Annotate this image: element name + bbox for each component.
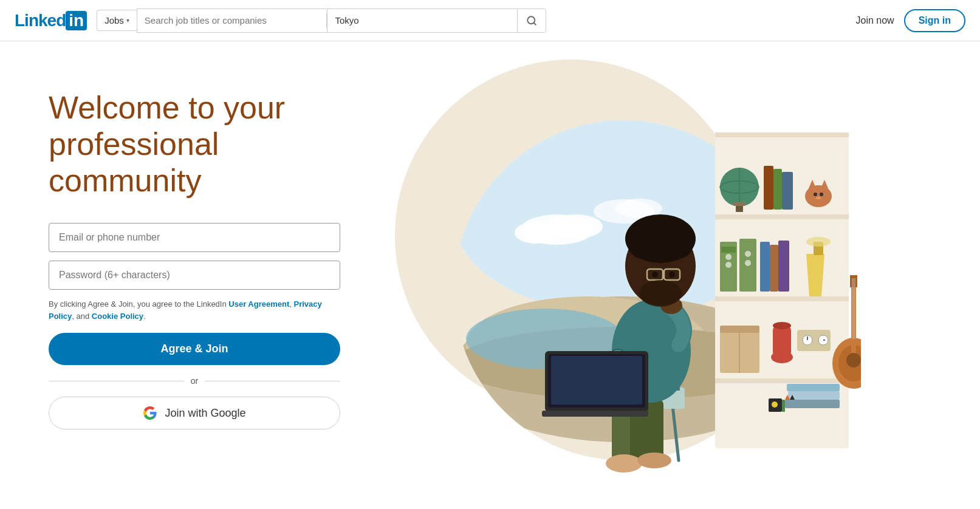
left-panel: Welcome to your professional community B… [49, 78, 365, 429]
svg-rect-25 [773, 169, 782, 210]
chevron-down-icon: ▾ [126, 17, 129, 24]
svg-point-83 [606, 454, 642, 473]
svg-point-38 [745, 251, 751, 257]
jobs-dropdown-button[interactable]: Jobs ▾ [97, 10, 137, 31]
main-content: Welcome to your professional community B… [0, 41, 980, 509]
search-jobs-input[interactable] [137, 9, 327, 33]
svg-rect-58 [785, 400, 840, 408]
svg-point-36 [725, 262, 732, 268]
svg-marker-43 [806, 254, 824, 296]
svg-rect-26 [782, 172, 793, 210]
svg-rect-41 [770, 245, 778, 292]
svg-rect-23 [736, 206, 743, 212]
svg-rect-59 [788, 391, 840, 400]
logo-in: in [66, 11, 87, 30]
svg-point-96 [669, 272, 675, 278]
svg-rect-63 [782, 400, 785, 412]
svg-point-32 [816, 197, 821, 199]
svg-point-35 [725, 254, 732, 260]
divider-line-left [49, 381, 183, 381]
svg-rect-16 [715, 214, 849, 219]
welcome-heading: Welcome to your professional community [49, 90, 365, 199]
password-input[interactable] [49, 261, 340, 290]
svg-rect-50 [773, 326, 791, 357]
google-join-button[interactable]: Join with Google [49, 397, 340, 429]
nav-right-actions: Join now Sign in [856, 9, 965, 32]
svg-rect-22 [733, 202, 745, 206]
svg-point-30 [814, 193, 817, 196]
sign-in-button[interactable]: Sign in [904, 9, 965, 32]
svg-point-45 [806, 237, 831, 247]
svg-point-39 [745, 260, 751, 266]
password-form-group [49, 261, 365, 290]
svg-rect-100 [551, 356, 642, 405]
google-join-label: Join with Google [165, 407, 245, 420]
svg-rect-34 [721, 247, 736, 253]
or-divider: or [49, 376, 340, 386]
agree-join-button[interactable]: Agree & Join [49, 333, 340, 365]
linkedin-logo[interactable]: Linkedin [15, 11, 87, 30]
email-input[interactable] [49, 223, 340, 252]
divider-line-right [205, 381, 340, 381]
search-button[interactable] [517, 9, 546, 33]
svg-point-84 [637, 453, 671, 468]
svg-rect-15 [715, 132, 849, 137]
terms-text: By clicking Agree & Join, you agree to t… [49, 298, 340, 322]
or-text: or [183, 376, 205, 386]
svg-point-62 [772, 401, 778, 408]
svg-rect-18 [715, 378, 849, 383]
email-form-group [49, 223, 365, 252]
svg-point-73 [846, 353, 861, 367]
nav-search-bar: Jobs ▾ [97, 9, 546, 33]
cookie-policy-link[interactable]: Cookie Policy [92, 312, 143, 321]
jobs-label: Jobs [105, 15, 124, 26]
google-icon [143, 406, 157, 420]
svg-point-7 [515, 222, 557, 244]
svg-point-90 [627, 225, 657, 259]
svg-line-1 [534, 22, 536, 24]
svg-rect-101 [542, 411, 648, 417]
svg-rect-24 [764, 166, 773, 210]
hero-illustration [436, 108, 861, 503]
navbar: Linkedin Jobs ▾ Join now Sign in [0, 0, 980, 41]
svg-point-97 [639, 280, 682, 307]
svg-rect-42 [778, 241, 789, 292]
svg-rect-60 [787, 384, 840, 391]
svg-point-27 [805, 185, 832, 207]
search-location-input[interactable] [327, 9, 517, 33]
svg-rect-40 [760, 242, 770, 292]
search-icon [526, 15, 537, 26]
svg-point-31 [820, 193, 823, 196]
user-agreement-link[interactable]: User Agreement [228, 299, 289, 309]
join-now-link[interactable]: Join now [856, 15, 894, 26]
right-illustration-panel [365, 78, 931, 503]
logo-linked: Linked [15, 11, 66, 30]
svg-point-95 [652, 272, 658, 278]
svg-rect-17 [715, 296, 849, 301]
svg-point-91 [663, 225, 694, 259]
svg-point-51 [773, 322, 791, 329]
